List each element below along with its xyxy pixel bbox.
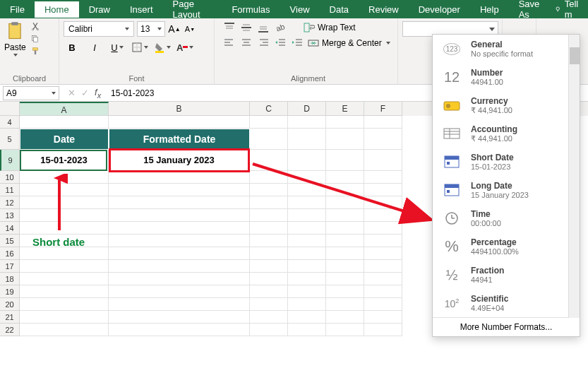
align-middle-icon[interactable]: [240, 21, 253, 34]
format-item-scientific[interactable]: 102Scientific4.49E+04: [433, 289, 580, 317]
fill-color-button[interactable]: [154, 40, 171, 55]
col-header-b[interactable]: B: [109, 102, 250, 116]
cell[interactable]: [20, 324, 109, 336]
cell[interactable]: [20, 222, 109, 235]
align-right-icon[interactable]: [257, 37, 270, 49]
cell[interactable]: [250, 273, 288, 285]
row-header[interactable]: 13: [0, 209, 20, 222]
cell[interactable]: [326, 129, 364, 150]
cell[interactable]: [288, 298, 326, 311]
cell[interactable]: [109, 171, 250, 184]
cell[interactable]: [364, 235, 402, 247]
cell[interactable]: [250, 247, 288, 260]
tab-home[interactable]: Home: [35, 1, 79, 18]
cell[interactable]: [250, 285, 288, 298]
row-header[interactable]: 14: [0, 222, 20, 235]
cancel-icon[interactable]: ✕: [68, 88, 76, 98]
col-header-e[interactable]: E: [326, 102, 364, 116]
tab-data[interactable]: Data: [320, 1, 359, 18]
cell[interactable]: [109, 285, 250, 298]
cell[interactable]: [20, 298, 109, 311]
cell[interactable]: [288, 116, 326, 129]
cell[interactable]: [364, 311, 402, 324]
cell[interactable]: [326, 260, 364, 273]
cell[interactable]: [326, 209, 364, 222]
row-header[interactable]: 11: [0, 184, 20, 196]
col-header-d[interactable]: D: [288, 102, 326, 116]
row-header[interactable]: 17: [0, 260, 20, 273]
row-header[interactable]: 10: [0, 171, 20, 184]
select-all-corner[interactable]: [0, 102, 20, 116]
row-header[interactable]: 12: [0, 196, 20, 209]
cell[interactable]: [364, 260, 402, 273]
cell[interactable]: [288, 196, 326, 209]
decrease-indent-icon[interactable]: [274, 37, 287, 49]
cell[interactable]: [250, 116, 288, 129]
tab-file[interactable]: File: [0, 1, 35, 18]
cell[interactable]: [288, 222, 326, 235]
wrap-text-button[interactable]: Wrap Text: [304, 22, 356, 33]
cell[interactable]: [326, 222, 364, 235]
cell[interactable]: [364, 222, 402, 235]
cell[interactable]: [109, 247, 250, 260]
orientation-icon[interactable]: ab: [274, 21, 287, 34]
tab-help[interactable]: Help: [470, 1, 509, 18]
cell[interactable]: [109, 298, 250, 311]
cell[interactable]: [250, 129, 288, 150]
align-center-icon[interactable]: [240, 37, 253, 49]
cell[interactable]: [326, 171, 364, 184]
format-item-currency[interactable]: Currency₹ 44,941.00: [433, 91, 580, 119]
cell[interactable]: [326, 324, 364, 336]
cell[interactable]: [250, 171, 288, 184]
row-header[interactable]: 18: [0, 273, 20, 285]
cell[interactable]: [288, 184, 326, 196]
format-item-long-date[interactable]: Long Date15 January 2023: [433, 176, 580, 204]
cell[interactable]: [109, 196, 250, 209]
cell[interactable]: [364, 273, 402, 285]
cell[interactable]: [250, 222, 288, 235]
cell[interactable]: [288, 260, 326, 273]
underline-button[interactable]: U: [109, 40, 126, 55]
cell[interactable]: [364, 298, 402, 311]
format-painter-icon[interactable]: [29, 47, 42, 57]
font-name-dropdown[interactable]: Calibri: [64, 21, 134, 37]
increase-font-icon[interactable]: A▲: [168, 22, 181, 36]
cell[interactable]: [250, 196, 288, 209]
col-header-c[interactable]: C: [250, 102, 288, 116]
cell[interactable]: [20, 184, 109, 196]
col-header-a[interactable]: A: [20, 102, 109, 116]
row-header[interactable]: 21: [0, 311, 20, 324]
row-header[interactable]: 20: [0, 298, 20, 311]
enter-icon[interactable]: ✓: [81, 88, 89, 98]
cell[interactable]: [109, 260, 250, 273]
cell[interactable]: [326, 273, 364, 285]
more-number-formats[interactable]: More Number Formats...: [433, 317, 580, 336]
copy-icon[interactable]: [29, 34, 42, 44]
cell[interactable]: [250, 324, 288, 336]
cell[interactable]: [20, 285, 109, 298]
cell[interactable]: [109, 311, 250, 324]
cell[interactable]: [326, 247, 364, 260]
tab-draw[interactable]: Draw: [79, 1, 120, 18]
cell-a9[interactable]: 15-01-2023: [20, 150, 109, 171]
cell[interactable]: [20, 171, 109, 184]
row-header[interactable]: 15: [0, 235, 20, 247]
cell[interactable]: [20, 260, 109, 273]
cell[interactable]: [288, 235, 326, 247]
cell[interactable]: [364, 247, 402, 260]
cell[interactable]: [109, 116, 250, 129]
cell[interactable]: [20, 273, 109, 285]
format-item-short-date[interactable]: Short Date15-01-2023: [433, 148, 580, 176]
tab-formulas[interactable]: Formulas: [222, 1, 280, 18]
row-header[interactable]: 4: [0, 116, 20, 129]
cut-icon[interactable]: [29, 21, 42, 31]
row-header[interactable]: 16: [0, 247, 20, 260]
row-header[interactable]: 19: [0, 285, 20, 298]
font-size-dropdown[interactable]: 13: [137, 21, 165, 37]
cell[interactable]: [326, 298, 364, 311]
cell[interactable]: [288, 150, 326, 171]
cell[interactable]: [20, 196, 109, 209]
tell-me[interactable]: Tell m: [554, 0, 588, 20]
increase-indent-icon[interactable]: [291, 37, 304, 49]
scroll-thumb[interactable]: [570, 47, 580, 64]
